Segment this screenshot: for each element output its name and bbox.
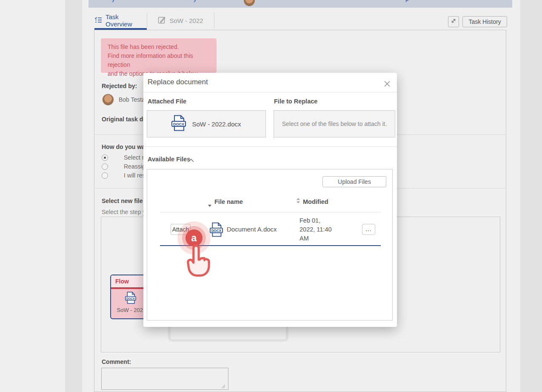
svg-text:DOCX: DOCX xyxy=(173,122,184,126)
task-history-button[interactable]: Task History xyxy=(462,16,507,27)
row-overflow-menu-button[interactable]: ... xyxy=(362,224,375,235)
available-files-label: Available Files xyxy=(148,156,190,163)
attached-file-label: Attached File xyxy=(148,98,186,105)
tab-task-overview[interactable]: Task Overview xyxy=(94,13,147,28)
file-to-replace-dropzone[interactable]: Select one of the files below to attach … xyxy=(274,110,395,137)
alert-line: Find more information about this rejecti… xyxy=(108,52,210,69)
expand-diagonal-icon xyxy=(450,17,457,26)
select-step-hint: Select the step y xyxy=(102,209,146,215)
docx-file-icon: DOCX xyxy=(171,115,186,133)
chevron-up-icon[interactable] xyxy=(187,157,195,164)
original-description-label: Original task des xyxy=(102,116,150,123)
header-text-fragment: y xyxy=(112,0,115,2)
modal-divider xyxy=(143,92,397,92)
expand-button[interactable] xyxy=(448,16,459,27)
radio-reassign[interactable] xyxy=(102,163,108,170)
tab-label: Task Overview xyxy=(106,13,147,28)
column-header-modified[interactable]: Modified xyxy=(303,198,328,205)
right-gutter xyxy=(520,0,542,392)
task-list-icon xyxy=(94,17,102,25)
left-gutter xyxy=(65,0,82,392)
task-header-bar: y y p xyxy=(88,0,512,8)
radio-resolve-myself[interactable] xyxy=(102,172,108,179)
rejector-name: Bob Testa xyxy=(119,96,145,103)
column-header-file-name[interactable]: File name xyxy=(214,198,243,205)
svg-text:DOCX: DOCX xyxy=(211,229,222,233)
comment-label: Comment: xyxy=(102,358,131,365)
close-icon[interactable] xyxy=(382,79,392,89)
avatar xyxy=(244,0,255,6)
resolution-question-label: How do you wan xyxy=(102,143,148,150)
attached-file-box: DOCX SoW - 2022.docx xyxy=(147,110,266,137)
modified-cell: Feb 01, 2022, 11:40 AM xyxy=(300,216,337,243)
radio-select-new[interactable] xyxy=(102,155,108,161)
alert-line: This file has been rejected. xyxy=(108,43,210,52)
sort-both-icon[interactable] xyxy=(296,197,300,206)
attached-file-name: SoW - 2022.docx xyxy=(192,120,241,128)
edit-document-icon xyxy=(158,16,166,25)
rejection-alert: This file has been rejected. Find more i… xyxy=(101,38,217,73)
tab-label: SoW - 2022 xyxy=(169,17,203,24)
docx-file-icon: DOCX xyxy=(125,298,136,305)
docx-file-icon: DOCX xyxy=(210,222,223,239)
rejected-by-label: Rejected by: xyxy=(102,83,137,89)
modal-divider xyxy=(143,146,397,147)
modal-title: Replace document xyxy=(148,78,208,86)
comment-input[interactable] xyxy=(101,368,228,390)
header-text-fragment: y xyxy=(194,0,197,2)
file-name-cell[interactable]: Document A.docx xyxy=(227,226,277,233)
select-new-file-label: Select new file o xyxy=(102,197,148,204)
pointing-hand-icon xyxy=(183,244,212,279)
app-screen: y y p Task Overview SoW - 2022 xyxy=(0,0,542,392)
svg-text:DOCX: DOCX xyxy=(126,297,135,300)
sort-desc-icon[interactable] xyxy=(208,201,212,209)
tab-sow-document[interactable]: SoW - 2022 xyxy=(147,13,214,28)
rejector-avatar xyxy=(103,94,114,105)
replace-document-modal: Replace document Attached File File to R… xyxy=(143,73,397,327)
upload-files-button[interactable]: Upload Files xyxy=(322,176,386,187)
file-to-replace-label: File to Replace xyxy=(274,98,317,105)
header-text-fragment: p xyxy=(405,0,409,2)
